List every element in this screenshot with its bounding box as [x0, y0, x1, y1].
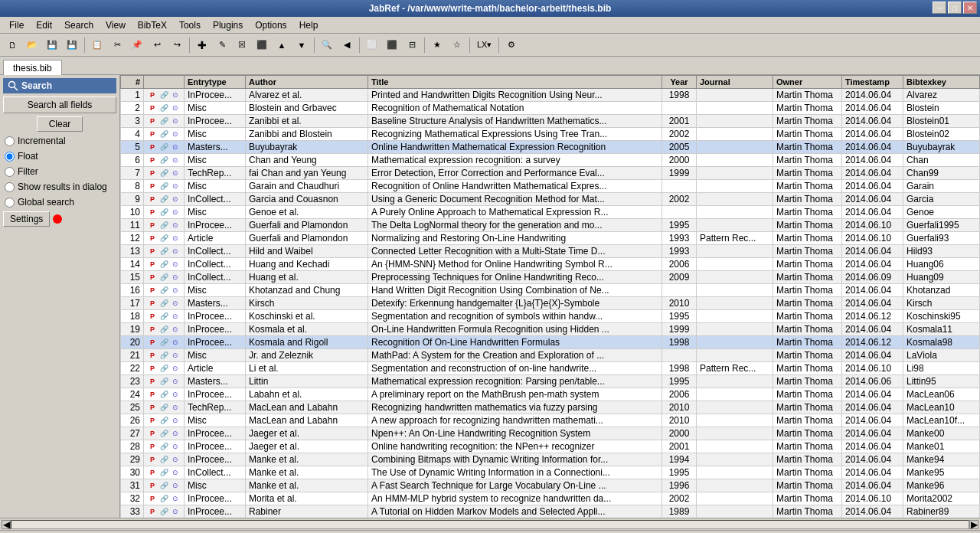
save-button[interactable]: 💾 — [43, 36, 61, 54]
unmark-button[interactable]: ☆ — [448, 36, 466, 54]
menu-plugins[interactable]: Plugins — [207, 18, 249, 32]
clear-button[interactable]: Clear — [37, 116, 83, 132]
menu-view[interactable]: View — [100, 18, 132, 32]
menu-options[interactable]: Options — [249, 18, 292, 32]
table-row[interactable]: 21P🔗⊙MiscJr. and ZeleznikMathPad: A Syst… — [121, 349, 980, 362]
table-row[interactable]: 28P🔗⊙InProcee...Jaeger et al.Online hand… — [121, 440, 980, 453]
table-row[interactable]: 24P🔗⊙InProcee...Labahn et al.A prelimina… — [121, 388, 980, 401]
table-row[interactable]: 20P🔗⊙InProcee...Kosmala and RigollRecogn… — [121, 336, 980, 349]
incremental-radio[interactable] — [5, 136, 15, 146]
row-owner: Martin Thoma — [773, 102, 842, 115]
col-header-entrytype[interactable]: Entrytype — [185, 76, 246, 89]
table-row[interactable]: 2P🔗⊙MiscBlostein and GrbavecRecognition … — [121, 102, 980, 115]
tab-thesis-bib[interactable]: thesis.bib — [3, 60, 62, 75]
table-row[interactable]: 25P🔗⊙TechRep...MacLean and LabahnRecogni… — [121, 401, 980, 414]
reference-table-panel[interactable]: # Entrytype Author Title Year Journal Ow… — [120, 75, 980, 518]
show-results-radio[interactable] — [5, 182, 15, 192]
settings-button[interactable]: Settings — [3, 211, 50, 227]
table-row[interactable]: 33P🔗⊙InProcee...RabinerA Tutorial on Hid… — [121, 505, 980, 518]
pdf-icon: P — [147, 207, 158, 217]
table-row[interactable]: 9P🔗⊙InCollect...Garcia and CouasnonUsing… — [121, 193, 980, 206]
save-as-button[interactable]: 💾 — [63, 36, 81, 54]
float-radio[interactable] — [5, 152, 15, 162]
table-row[interactable]: 13P🔗⊙InCollect...Hild and WaibelConnecte… — [121, 245, 980, 258]
close-button[interactable]: ✕ — [963, 2, 977, 14]
move-down-button[interactable]: ▼ — [292, 36, 311, 54]
minimize-button[interactable]: ─ — [933, 2, 946, 14]
table-row[interactable]: 3P🔗⊙InProcee...Zanibbi et al.Baseline St… — [121, 115, 980, 128]
layout-button[interactable]: ⬛ — [383, 36, 401, 54]
menu-search[interactable]: Search — [58, 18, 100, 32]
row-journal — [697, 102, 773, 115]
table-row[interactable]: 1P🔗⊙InProcee...Alvarez et al.Printed and… — [121, 89, 980, 102]
col-header-journal[interactable]: Journal — [697, 76, 773, 89]
table-row[interactable]: 8P🔗⊙MiscGarain and ChaudhuriRecognition … — [121, 180, 980, 193]
table-row[interactable]: 7P🔗⊙TechRep...fai Chan and yan YeungErro… — [121, 167, 980, 180]
col-header-author[interactable]: Author — [246, 76, 368, 89]
table-row[interactable]: 15P🔗⊙InCollect...Huang et al.Preprocessi… — [121, 271, 980, 284]
table-row[interactable]: 18P🔗⊙InProcee...Koschinski et al.Segment… — [121, 310, 980, 323]
redo-button[interactable]: ↪ — [168, 36, 186, 54]
col-header-icons[interactable] — [144, 76, 185, 89]
horizontal-scrollbar[interactable] — [11, 520, 969, 529]
menu-file[interactable]: File — [3, 18, 30, 32]
edit-entry-button[interactable]: ✎ — [213, 36, 231, 54]
cut-button[interactable]: ✂ — [108, 36, 126, 54]
col-header-bibtexkey[interactable]: Bibtexkey — [903, 76, 980, 89]
table-row[interactable]: 30P🔗⊙InCollect...Manke et al.The Use of … — [121, 466, 980, 479]
col-header-num[interactable]: # — [121, 76, 144, 89]
menu-tools[interactable]: Tools — [173, 18, 207, 32]
table-row[interactable]: 4P🔗⊙MiscZanibbi and BlosteinRecognizing … — [121, 128, 980, 141]
row-entrytype: Misc — [185, 180, 246, 193]
table-row[interactable]: 5P🔗⊙Masters...BuyubayrakOnline Handwritt… — [121, 141, 980, 154]
undo-button[interactable]: ↩ — [148, 36, 166, 54]
table-row[interactable]: 19P🔗⊙InProcee...Kosmala et al.On-Line Ha… — [121, 323, 980, 336]
row-bibtexkey: Manke95 — [903, 466, 980, 479]
table-row[interactable]: 11P🔗⊙InProcee...Guerfali and PlamondonTh… — [121, 219, 980, 232]
columns-button[interactable]: ⊟ — [403, 36, 421, 54]
scroll-right-button[interactable]: ▶ — [969, 520, 978, 529]
col-header-title[interactable]: Title — [368, 76, 662, 89]
row-num: 26 — [121, 414, 144, 427]
search-all-fields-button[interactable]: Search all fields — [3, 96, 116, 113]
preview-button[interactable]: ⬜ — [363, 36, 381, 54]
maximize-button[interactable]: □ — [948, 2, 962, 14]
copy-button[interactable]: 📋 — [88, 36, 106, 54]
duplicate-button[interactable]: ⬛ — [253, 36, 271, 54]
global-search-radio[interactable] — [5, 198, 15, 208]
table-row[interactable]: 10P🔗⊙MiscGenoe et al.A Purely Online App… — [121, 206, 980, 219]
new-button[interactable]: 🗋 — [3, 36, 21, 54]
table-row[interactable]: 32P🔗⊙InProcee...Morita et al.An HMM-MLP … — [121, 492, 980, 505]
add-entry-button[interactable]: ✚ — [193, 36, 211, 54]
open-button[interactable]: 📂 — [23, 36, 41, 54]
col-header-timestamp[interactable]: Timestamp — [842, 76, 903, 89]
table-row[interactable]: 22P🔗⊙ArticleLi et al.Segmentation and re… — [121, 362, 980, 375]
table-row[interactable]: 23P🔗⊙Masters...LittinMathematical expres… — [121, 375, 980, 388]
table-row[interactable]: 27P🔗⊙InProcee...Jaeger et al.Npen++: An … — [121, 427, 980, 440]
search-button[interactable]: 🔍 — [318, 36, 336, 54]
row-icons: P🔗⊙ — [144, 219, 185, 232]
menu-bibtex[interactable]: BibTeX — [132, 18, 173, 32]
menu-help[interactable]: Help — [293, 18, 325, 32]
scroll-left-button[interactable]: ◀ — [2, 520, 11, 529]
menu-edit[interactable]: Edit — [30, 18, 58, 32]
special-btn1[interactable]: LX▾ — [473, 36, 495, 54]
table-row[interactable]: 17P🔗⊙Masters...KirschDetexify: Erkennung… — [121, 297, 980, 310]
filter-radio[interactable] — [5, 167, 15, 177]
table-row[interactable]: 16P🔗⊙MiscKhotanzad and ChungHand Written… — [121, 284, 980, 297]
paste-button[interactable]: 📌 — [128, 36, 146, 54]
row-entrytype: Misc — [185, 349, 246, 362]
col-header-owner[interactable]: Owner — [773, 76, 842, 89]
table-row[interactable]: 29P🔗⊙InProcee...Manke et al.Combining Bi… — [121, 453, 980, 466]
col-header-year[interactable]: Year — [662, 76, 697, 89]
prev-button[interactable]: ◀ — [338, 36, 356, 54]
move-up-button[interactable]: ▲ — [273, 36, 291, 54]
mark-button[interactable]: ★ — [428, 36, 446, 54]
table-row[interactable]: 31P🔗⊙MiscManke et al.A Fast Search Techn… — [121, 479, 980, 492]
table-row[interactable]: 6P🔗⊙MiscChan and YeungMathematical expre… — [121, 154, 980, 167]
delete-entry-button[interactable]: ☒ — [233, 36, 251, 54]
special-btn2[interactable]: ⚙ — [502, 36, 521, 54]
table-row[interactable]: 12P🔗⊙ArticleGuerfali and PlamondonNormal… — [121, 232, 980, 245]
table-row[interactable]: 26P🔗⊙MiscMacLean and LabahnA new approac… — [121, 414, 980, 427]
table-row[interactable]: 14P🔗⊙InCollect...Huang and KechadiAn {HM… — [121, 258, 980, 271]
